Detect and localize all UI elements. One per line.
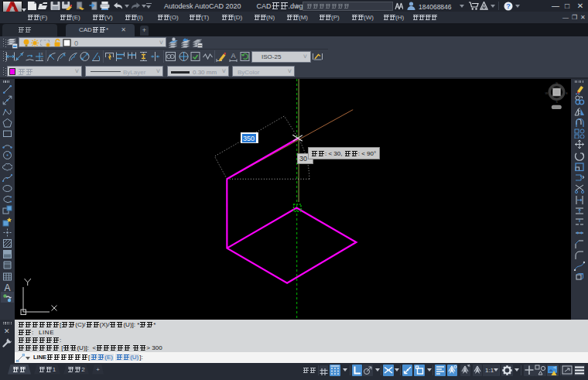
svg-text:A: A <box>231 52 235 60</box>
svg-text:!: ! <box>556 371 557 376</box>
svg-text:E: E <box>566 91 568 95</box>
svg-text:x: x <box>41 52 43 56</box>
svg-text:?: ? <box>506 2 511 10</box>
svg-text:N: N <box>556 81 558 85</box>
svg-text:W: W <box>545 91 549 95</box>
svg-text:0: 0 <box>74 39 78 47</box>
svg-text:S: S <box>556 100 558 104</box>
svg-text:A: A <box>4 282 10 293</box>
